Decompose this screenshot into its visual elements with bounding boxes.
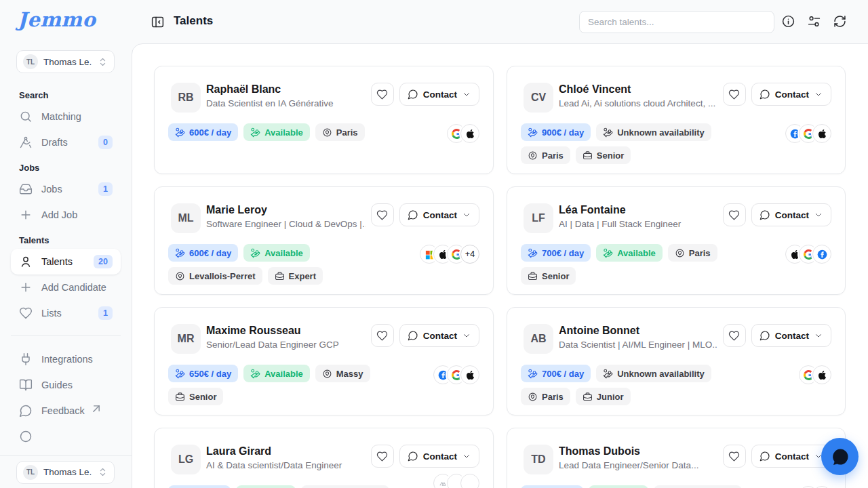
briefcase-icon [528, 271, 538, 281]
talent-card-header: RBRaphaël BlancData Scientist en IA Géné… [168, 83, 479, 113]
contact-label: Contact [423, 331, 457, 341]
sidebar-item-label: Drafts [41, 137, 68, 148]
talent-badges: 700€ / dayUnknown availabilityParisJunio… [521, 365, 745, 405]
contact-button[interactable]: Contact [751, 83, 831, 106]
search-icon [19, 110, 33, 123]
message-circle-icon [760, 451, 770, 462]
location-badge: Paris [521, 146, 570, 164]
heart-icon [728, 330, 740, 342]
message-circle-icon [760, 330, 770, 341]
account-switcher[interactable]: TL Thomas Le... [16, 461, 115, 484]
apple-icon [460, 365, 479, 384]
filter-sliders-icon[interactable] [807, 14, 821, 28]
chevron-down-icon [814, 210, 823, 220]
search-input[interactable] [579, 11, 774, 33]
rate-badge: 650€ / day [168, 365, 238, 382]
seniority-badge: Senior [576, 146, 631, 164]
sidebar-item-integrations[interactable]: Integrations [11, 346, 121, 372]
favorite-button[interactable] [371, 324, 394, 347]
plus-icon [19, 208, 33, 222]
briefcase-icon [583, 392, 593, 402]
main-panel: RBRaphaël BlancData Scientist en IA Géné… [132, 43, 868, 488]
apple-icon [812, 124, 831, 143]
favorite-button[interactable] [371, 445, 394, 468]
badge-label: Available [264, 127, 303, 138]
map-pin-circle-icon [528, 150, 538, 161]
briefcase-icon [175, 392, 185, 402]
sidebar-nav: Search Matching Drafts 0 Jobs Jobs 1 Add… [0, 83, 132, 449]
talent-actions: Contact [371, 203, 479, 226]
contact-button[interactable]: Contact [399, 445, 479, 468]
chevron-down-icon [462, 89, 471, 99]
favorite-button[interactable] [723, 324, 746, 347]
favorite-button[interactable] [723, 203, 746, 226]
talent-card: LGLaura GirardAI & Data scientist/Data E… [154, 428, 494, 488]
sidebar-item-add-job[interactable]: Add Job [11, 202, 121, 228]
heart-icon [376, 330, 388, 342]
contact-button[interactable]: Contact [399, 83, 479, 106]
talent-name: Thomas Dubois [559, 445, 717, 458]
heart-icon [376, 89, 388, 100]
talent-name: Laura Girard [206, 445, 366, 458]
sidebar-item-guides[interactable]: Guides [11, 372, 121, 398]
favorite-button[interactable] [723, 445, 746, 468]
badge-label: Available [617, 248, 656, 258]
drafts-count-badge: 0 [98, 136, 113, 149]
chevron-down-icon [814, 331, 823, 340]
more-companies-chip[interactable]: +4 [460, 245, 479, 264]
talent-info: Léa FontaineAI | Data | Full Stack Engin… [559, 203, 717, 229]
talent-name: Chloé Vincent [559, 83, 717, 96]
talent-subtitle: Lead Ai, Ai solutions cloud Architect, .… [559, 98, 717, 108]
contact-button[interactable]: Contact [751, 203, 831, 226]
badge-label: Senior [189, 392, 216, 402]
unknown-badge: Unknown availability [596, 365, 711, 382]
badge-label: 700€ / day [542, 369, 584, 379]
contact-button[interactable]: Contact [399, 324, 479, 347]
sidebar-item-matching[interactable]: Matching [11, 104, 121, 129]
available-badge [236, 485, 296, 488]
sidebar-item-drafts[interactable]: Drafts 0 [11, 129, 121, 155]
rate-badge [168, 485, 231, 488]
company-icons [433, 474, 479, 488]
heart-icon [728, 209, 740, 221]
rate-badge: 700€ / day [521, 244, 591, 262]
plus-icon [19, 281, 33, 294]
sidebar-item-feedback[interactable]: Feedback [11, 398, 121, 424]
external-link-icon [90, 402, 103, 415]
talent-subtitle: AI & Data scientist/Data Engineer [206, 460, 366, 470]
talent-badges: 900€ / dayUnknown availabilityParisSenio… [521, 123, 745, 164]
favorite-button[interactable] [371, 203, 394, 226]
circle-icon [19, 430, 33, 443]
info-icon[interactable] [781, 14, 795, 28]
badge-label: Expert [289, 271, 316, 281]
refresh-icon[interactable] [833, 14, 847, 28]
favorite-button[interactable] [371, 83, 394, 106]
sidebar-item-partial[interactable] [11, 424, 121, 449]
sidebar-item-lists[interactable]: Lists 1 [11, 300, 121, 326]
chevron-down-icon [814, 89, 823, 99]
badge-label: Paris [336, 127, 358, 138]
chat-fab[interactable] [821, 438, 859, 475]
badge-label: 900€ / day [542, 127, 584, 138]
sidebar-collapse-button[interactable] [151, 15, 165, 29]
workspace-switcher[interactable]: TL Thomas Le... [16, 50, 115, 73]
plug-icon [19, 352, 33, 366]
divider [11, 336, 121, 336]
talent-info: Antoine BonnetData Scientist | AI/ML Eng… [559, 324, 717, 350]
contact-button[interactable]: Contact [751, 324, 831, 347]
badge-label: 600€ / day [189, 127, 231, 138]
sidebar-item-jobs[interactable]: Jobs 1 [11, 176, 121, 202]
hand-coins-icon [250, 248, 260, 258]
contact-button[interactable]: Contact [399, 203, 479, 226]
location-badge [654, 485, 742, 488]
sidebar-item-talents[interactable]: Talents 20 [11, 249, 121, 274]
location-badge: Paris [315, 123, 365, 141]
company-icons [447, 124, 479, 143]
company-icons [799, 365, 831, 384]
heart-icon [19, 306, 33, 320]
talent-avatar: LG [171, 445, 201, 474]
sidebar-item-add-candidate[interactable]: Add Candidate [11, 274, 121, 300]
favorite-button[interactable] [723, 83, 746, 106]
facebook-icon [812, 245, 831, 264]
contact-button[interactable]: Contact [751, 445, 831, 468]
